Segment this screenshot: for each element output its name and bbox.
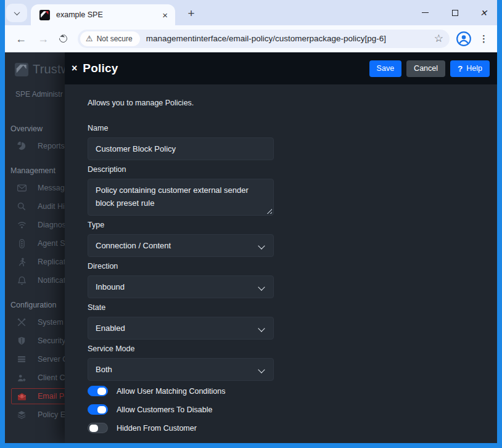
policy-panel-header: × Policy Save Cancel ?Help: [65, 52, 497, 84]
security-chip[interactable]: ⚠ Not secure: [80, 31, 140, 46]
allow-user-matching-toggle[interactable]: [88, 386, 108, 396]
browser-toolbar: ← → ⚠ Not secure managementinterface/ema…: [5, 25, 497, 52]
chevron-down-icon: [258, 283, 265, 290]
chevron-down-icon: [14, 9, 20, 15]
service-mode-label: Service Mode: [88, 344, 497, 353]
security-chip-label: Not secure: [97, 35, 133, 43]
new-tab-button[interactable]: +: [183, 5, 200, 22]
reload-button[interactable]: [57, 33, 68, 44]
description-textarea[interactable]: Policy containing customer external send…: [88, 179, 274, 216]
state-select[interactable]: Enabled: [88, 317, 274, 340]
direction-label: Direction: [88, 262, 497, 271]
shield-icon: [17, 336, 27, 346]
tab-search-button[interactable]: [6, 4, 27, 22]
toggle-label: Hidden From Customer: [117, 424, 197, 433]
panel-close-icon[interactable]: ×: [72, 63, 77, 73]
toggle-label: Allow User Matching Conditions: [117, 387, 225, 396]
trustwave-logo-icon: [15, 63, 28, 76]
minimize-icon: [422, 12, 429, 13]
status-light-icon: [17, 238, 27, 248]
service-mode-select[interactable]: Both: [88, 358, 274, 381]
tab-title: example SPE: [56, 10, 161, 19]
address-bar[interactable]: ⚠ Not secure managementinterface/email-p…: [78, 30, 450, 48]
server-icon: [17, 354, 27, 364]
bell-icon: [17, 275, 27, 285]
app-page: Trustw SPE Administr Overview Reports Ma…: [5, 52, 497, 443]
name-label: Name: [88, 124, 497, 132]
browser-window: example SPE × + ✕ ← → ⚠ Not secure manag…: [0, 0, 502, 448]
type-label: Type: [88, 221, 497, 229]
maximize-icon: [452, 10, 458, 16]
toggle-row: Allow User Matching Conditions: [88, 386, 497, 396]
type-select[interactable]: Connection / Content: [88, 234, 274, 257]
chevron-down-icon: [258, 366, 265, 373]
hidden-from-customer-toggle[interactable]: [88, 423, 108, 433]
chevron-down-icon: [258, 242, 265, 249]
toggle-label: Allow Customers To Disable: [117, 405, 212, 414]
pie-chart-icon: [17, 141, 27, 151]
browser-menu-icon[interactable]: ⋮: [479, 33, 488, 44]
panel-title: Policy: [83, 62, 118, 75]
chevron-down-icon: [258, 325, 265, 332]
tab-close-icon[interactable]: ×: [161, 10, 169, 20]
maximize-button[interactable]: [445, 0, 466, 25]
state-label: State: [88, 303, 497, 312]
description-label: Description: [88, 165, 497, 174]
panel-intro-text: Allows you to manage Policies.: [88, 99, 497, 107]
profile-icon[interactable]: [456, 31, 472, 47]
direction-select[interactable]: Inbound: [88, 275, 274, 298]
envelope-icon: [17, 183, 27, 193]
tab-bar: example SPE × + ✕: [5, 0, 497, 25]
trustwave-favicon-icon: [39, 10, 50, 20]
url-text: managementinterface/email-policy/custome…: [146, 34, 429, 43]
toggle-row: Allow Customers To Disable: [88, 404, 497, 415]
name-input[interactable]: [88, 137, 274, 160]
bookmark-star-icon[interactable]: ☆: [434, 33, 443, 44]
toggle-row: Hidden From Customer: [88, 423, 497, 433]
question-mark-icon: ?: [458, 64, 463, 73]
layers-icon: [17, 410, 27, 420]
close-icon: ✕: [480, 8, 487, 18]
running-person-icon: [17, 257, 27, 267]
policy-form: Allows you to manage Policies. Name Desc…: [65, 84, 497, 443]
browser-tab[interactable]: example SPE ×: [31, 4, 175, 25]
minimize-button[interactable]: [414, 0, 435, 25]
tools-icon: [17, 317, 27, 327]
cancel-button[interactable]: Cancel: [406, 60, 445, 77]
allow-customers-disable-toggle[interactable]: [88, 404, 108, 415]
close-window-button[interactable]: ✕: [473, 0, 494, 25]
search-icon: [17, 202, 27, 211]
wifi-icon: [17, 220, 27, 230]
save-button[interactable]: Save: [369, 60, 402, 77]
warning-icon: ⚠: [86, 35, 93, 43]
help-button[interactable]: ?Help: [450, 60, 490, 77]
back-button[interactable]: ←: [15, 33, 27, 44]
forward-button[interactable]: →: [38, 33, 49, 44]
user-gear-icon: [17, 373, 27, 383]
policy-panel: × Policy Save Cancel ?Help Allows you to…: [65, 52, 497, 443]
